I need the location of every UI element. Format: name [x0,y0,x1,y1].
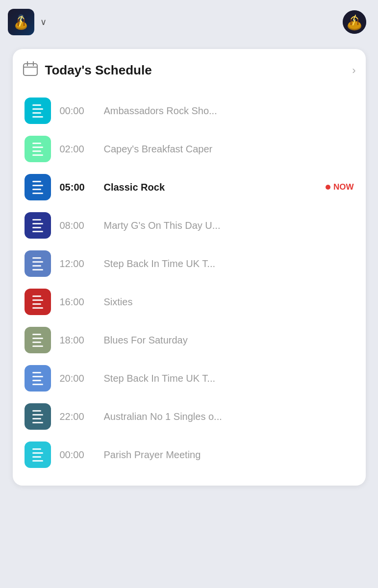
now-dot [326,185,330,190]
show-name: Australian No 1 Singles o... [104,411,354,422]
now-badge: NOW [326,182,354,192]
now-label: NOW [333,182,354,192]
show-name: Marty G's On This Day U... [104,220,354,231]
card-header: Today's Schedule › [23,61,356,80]
avatar[interactable] [343,10,366,34]
show-icon [25,441,51,468]
show-icon [25,403,51,430]
show-icon [25,289,51,315]
show-time: 18:00 [60,335,95,346]
card-title: Today's Schedule [45,63,152,78]
show-name: Blues For Saturday [104,335,354,346]
show-name: Step Back In Time UK T... [104,373,354,384]
show-icon [25,250,51,277]
schedule-card: Today's Schedule › 00:00Ambassadors Rock… [13,49,366,486]
show-icon [25,212,51,239]
show-time: 08:00 [60,220,95,231]
schedule-item[interactable]: 22:00Australian No 1 Singles o... [23,397,356,436]
svg-rect-10 [24,64,37,75]
show-time: 02:00 [60,144,95,155]
card-header-left: Today's Schedule [23,61,152,80]
chevron-down-icon[interactable]: ∨ [40,17,47,27]
show-time: 20:00 [60,373,95,384]
show-name: Classic Rock [104,182,317,193]
show-icon [25,136,51,162]
schedule-item[interactable]: 02:00Capey's Breakfast Caper [23,130,356,168]
schedule-item[interactable]: 05:00Classic RockNOW [23,168,356,206]
show-name: Sixties [104,296,354,308]
show-icon [25,327,51,353]
svg-point-4 [18,14,24,20]
schedule-item[interactable]: 12:00Step Back In Time UK T... [23,245,356,283]
show-time: 12:00 [60,258,95,270]
show-time: 00:00 [60,105,95,117]
schedule-item[interactable]: 08:00Marty G's On This Day U... [23,206,356,245]
schedule-item[interactable]: 00:00Parish Prayer Meeting [23,436,356,474]
schedule-item[interactable]: 00:00Ambassadors Rock Sho... [23,92,356,130]
schedule-item[interactable]: 18:00Blues For Saturday [23,321,356,359]
show-time: 22:00 [60,411,95,422]
calendar-icon [23,61,38,80]
show-icon [25,98,51,124]
show-time: 00:00 [60,449,95,461]
schedule-list: 00:00Ambassadors Rock Sho...02:00Capey's… [23,92,356,474]
show-time: 16:00 [60,296,95,308]
schedule-item[interactable]: 16:00Sixties [23,283,356,321]
show-icon [25,174,51,200]
show-name: Capey's Breakfast Caper [104,144,354,155]
show-name: Parish Prayer Meeting [104,449,354,461]
top-bar-left: ∨ [8,9,47,35]
show-name: Ambassadors Rock Sho... [104,105,354,117]
app-icon[interactable] [8,9,34,35]
top-bar: ∨ [0,0,378,44]
show-icon [25,365,51,392]
schedule-item[interactable]: 20:00Step Back In Time UK T... [23,359,356,397]
show-name: Step Back In Time UK T... [104,258,354,270]
show-time: 05:00 [60,182,95,193]
navigate-icon[interactable]: › [352,64,355,77]
